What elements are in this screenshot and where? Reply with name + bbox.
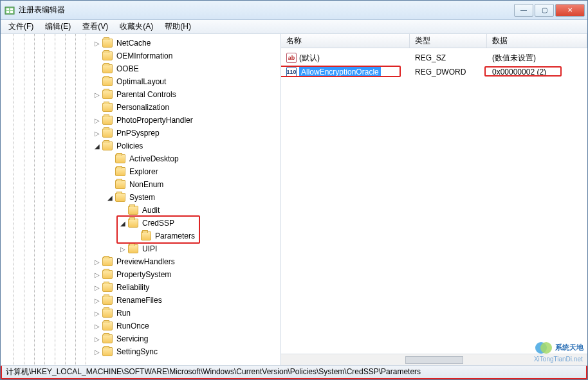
menu-help[interactable]: 帮助(H) — [161, 20, 195, 33]
svg-rect-1 — [6, 8, 9, 10]
scrollbar-thumb[interactable] — [405, 356, 463, 364]
expand-icon[interactable]: ▷ — [93, 284, 101, 291]
folder-icon — [102, 129, 113, 138]
tree-item[interactable]: ▷UIPI — [3, 242, 280, 255]
collapse-icon[interactable]: ◢ — [119, 219, 127, 227]
tree-item[interactable]: ▷RunOnce — [3, 320, 280, 332]
folder-icon — [102, 90, 113, 99]
tree-item[interactable]: ▷Run — [3, 307, 280, 320]
watermark-text1: 系统天地 — [555, 343, 583, 351]
value-data: (数值未设置) — [487, 53, 587, 64]
menubar: 文件(F) 编辑(E) 查看(V) 收藏夹(A) 帮助(H) — [1, 20, 587, 34]
tree-item-label: UIPI — [141, 244, 158, 254]
tree-item-label: NetCache — [115, 38, 152, 48]
tree-item[interactable]: ▷PnPSysprep — [3, 127, 280, 140]
tree-item-label: OOBE — [115, 64, 140, 74]
tree-item[interactable]: ▷PhotoPropertyHandler — [3, 114, 280, 127]
tree-item[interactable]: NonEnum — [3, 178, 280, 191]
expand-icon[interactable]: ▷ — [93, 91, 101, 98]
tree-item[interactable]: ActiveDesktop — [3, 152, 280, 165]
tree-item[interactable]: ▷PreviewHandlers — [3, 255, 280, 268]
expand-icon[interactable]: ▷ — [93, 271, 101, 278]
expand-icon[interactable]: ▷ — [93, 335, 101, 343]
svg-point-6 — [540, 342, 552, 354]
expand-icon[interactable]: ▷ — [119, 245, 127, 253]
expand-icon[interactable]: ▷ — [93, 129, 101, 137]
tree-item[interactable]: ▷Reliability — [3, 281, 280, 294]
menu-favorites[interactable]: 收藏夹(A) — [116, 20, 157, 33]
svg-rect-2 — [6, 11, 9, 13]
tree-item[interactable]: Parameters — [3, 230, 280, 242]
column-data[interactable]: 数据 — [487, 34, 587, 48]
window-controls: — ▢ ✕ — [514, 4, 585, 17]
window-title: 注册表编辑器 — [19, 5, 514, 15]
tree-item-label: CredSSP — [141, 218, 176, 228]
tree-item-label: Policies — [115, 141, 144, 151]
column-type[interactable]: 类型 — [410, 34, 487, 48]
expand-icon[interactable]: ▷ — [93, 39, 101, 47]
folder-icon — [141, 231, 151, 240]
values-list[interactable]: ab(默认)REG_SZ(数值未设置)110AllowEncryptionOra… — [281, 48, 587, 354]
folder-icon — [102, 270, 113, 279]
tree-item[interactable]: Audit — [3, 204, 280, 217]
maximize-button[interactable]: ▢ — [535, 4, 554, 17]
folder-icon — [128, 244, 138, 253]
reg-string-icon: ab — [286, 53, 297, 63]
value-row[interactable]: ab(默认)REG_SZ(数值未设置) — [281, 51, 587, 65]
tree-item[interactable]: ▷PropertySystem — [3, 268, 280, 281]
minimize-button[interactable]: — — [514, 4, 533, 17]
statusbar-path: 计算机\HKEY_LOCAL_MACHINE\SOFTWARE\Microsof… — [6, 366, 421, 377]
close-button[interactable]: ✕ — [555, 4, 585, 17]
column-name[interactable]: 名称 — [281, 34, 410, 48]
tree-item-label: Audit — [141, 205, 161, 215]
tree-item[interactable]: OEMInformation — [3, 50, 280, 62]
tree-item[interactable]: ▷Servicing — [3, 332, 280, 345]
folder-icon — [115, 167, 125, 176]
values-pane: 名称 类型 数据 ab(默认)REG_SZ(数值未设置)110AllowEncr… — [281, 34, 587, 365]
reg-dword-icon: 110 — [286, 67, 297, 77]
value-row[interactable]: 110AllowEncryptionOracleREG_DWORD0x00000… — [281, 65, 587, 79]
tree-item[interactable]: ◢Policies — [3, 140, 280, 152]
expand-icon[interactable]: ▷ — [93, 296, 101, 304]
tree-item-label: Run — [115, 308, 132, 318]
folder-icon — [102, 296, 113, 305]
tree-item[interactable]: OptimalLayout — [3, 75, 280, 88]
expand-icon[interactable]: ▷ — [93, 258, 101, 266]
expand-icon[interactable]: ▷ — [93, 309, 101, 317]
tree-item-label: OEMInformation — [115, 51, 174, 61]
expand-icon[interactable]: ▷ — [93, 116, 101, 124]
tree-pane[interactable]: ▷NetCacheOEMInformationOOBEOptimalLayout… — [1, 34, 281, 365]
watermark-text2: XiTongTianDi.net — [534, 356, 583, 363]
tree-item[interactable]: OOBE — [3, 62, 280, 75]
tree-item[interactable]: ▷RenameFiles — [3, 294, 280, 307]
tree-item[interactable]: ◢System — [3, 191, 280, 204]
svg-rect-4 — [10, 11, 13, 13]
menu-edit[interactable]: 编辑(E) — [41, 20, 75, 33]
tree-item[interactable]: ▷SettingSync — [3, 345, 280, 358]
tree-item[interactable]: ◢CredSSP — [3, 217, 280, 230]
tree-item[interactable]: ▷Parental Controls — [3, 88, 280, 101]
registry-tree: ▷NetCacheOEMInformationOOBEOptimalLayout… — [3, 37, 280, 358]
tree-item-label: RunOnce — [115, 321, 151, 331]
menu-view[interactable]: 查看(V) — [78, 20, 112, 33]
expand-icon[interactable]: ▷ — [93, 348, 101, 356]
tree-item-label: OptimalLayout — [115, 77, 167, 87]
collapse-icon[interactable]: ◢ — [106, 194, 114, 201]
tree-item-label: Parental Controls — [115, 89, 178, 100]
tree-item-label: Reliability — [115, 282, 151, 293]
folder-icon — [102, 257, 113, 266]
tree-item-label: NonEnum — [128, 179, 165, 190]
watermark-icon — [534, 341, 552, 355]
menu-file[interactable]: 文件(F) — [5, 20, 37, 33]
tree-item[interactable]: Personalization — [3, 101, 280, 114]
folder-icon — [102, 116, 113, 125]
value-name: AllowEncryptionOracle — [299, 67, 381, 77]
tree-item[interactable]: ▷NetCache — [3, 37, 280, 50]
folder-icon — [102, 283, 113, 292]
tree-item[interactable]: Explorer — [3, 165, 280, 178]
watermark: 系统天地 XiTongTianDi.net — [534, 341, 583, 363]
folder-icon — [102, 51, 113, 60]
folder-icon — [102, 347, 113, 356]
collapse-icon[interactable]: ◢ — [93, 142, 101, 150]
expand-icon[interactable]: ▷ — [93, 322, 101, 330]
